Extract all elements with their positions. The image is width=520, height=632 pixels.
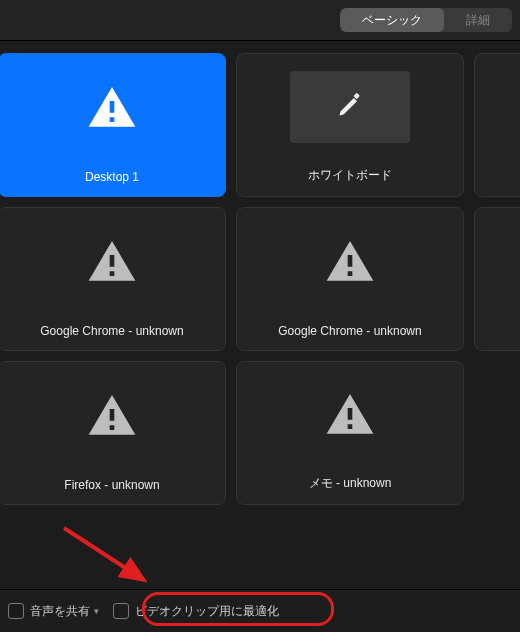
warning-icon <box>475 54 520 162</box>
tile-chrome-1[interactable]: Google Chrome - unknown <box>0 207 226 351</box>
warning-icon <box>475 208 520 316</box>
tile-label: Google Chrome - unknown <box>274 316 425 350</box>
tab-advanced[interactable]: 詳細 <box>444 8 512 32</box>
annotation-arrow <box>58 522 158 592</box>
warning-icon <box>0 362 225 470</box>
share-sources-grid: Desktop 1 ホワイトボード iP Google Chrome - <box>0 41 518 505</box>
warning-icon <box>0 54 225 162</box>
tile-label: Firefox - unknown <box>60 470 163 504</box>
tile-chrome-2[interactable]: Google Chrome - unknown <box>236 207 464 351</box>
tile-label: ホワイトボード <box>304 159 396 196</box>
optimize-video-label: ビデオクリップ用に最適化 <box>135 603 279 620</box>
tab-switch: ベーシック 詳細 <box>340 8 512 32</box>
tile-label: Desktop 1 <box>81 162 143 196</box>
tile-ipad[interactable]: iP <box>474 53 520 197</box>
whiteboard-thumb <box>237 54 463 159</box>
pencil-icon <box>336 91 364 123</box>
warning-icon <box>237 362 463 467</box>
warning-icon <box>237 208 463 316</box>
titlebar: ベーシック 詳細 <box>0 0 520 41</box>
checkbox-box <box>8 603 24 619</box>
tile-desktop-1[interactable]: Desktop 1 <box>0 53 226 197</box>
tile-firefox[interactable]: Firefox - unknown <box>0 361 226 505</box>
share-audio-checkbox[interactable]: 音声を共有 ▾ <box>8 603 99 620</box>
share-audio-label: 音声を共有 <box>30 603 90 620</box>
optimize-video-checkbox[interactable]: ビデオクリップ用に最適化 <box>113 603 279 620</box>
chevron-down-icon: ▾ <box>94 606 99 616</box>
tile-whiteboard[interactable]: ホワイトボード <box>236 53 464 197</box>
tile-chrome-3[interactable]: G <box>474 207 520 351</box>
checkbox-box <box>113 603 129 619</box>
svg-line-0 <box>64 528 144 580</box>
warning-icon <box>0 208 225 316</box>
share-screen-dialog: ベーシック 詳細 Desktop 1 ホワイトボード <box>0 0 520 632</box>
tile-label: Google Chrome - unknown <box>36 316 187 350</box>
tab-basic[interactable]: ベーシック <box>340 8 444 32</box>
footer-bar: 音声を共有 ▾ ビデオクリップ用に最適化 <box>0 589 520 632</box>
tile-notes[interactable]: メモ - unknown <box>236 361 464 505</box>
tile-label: メモ - unknown <box>305 467 396 504</box>
